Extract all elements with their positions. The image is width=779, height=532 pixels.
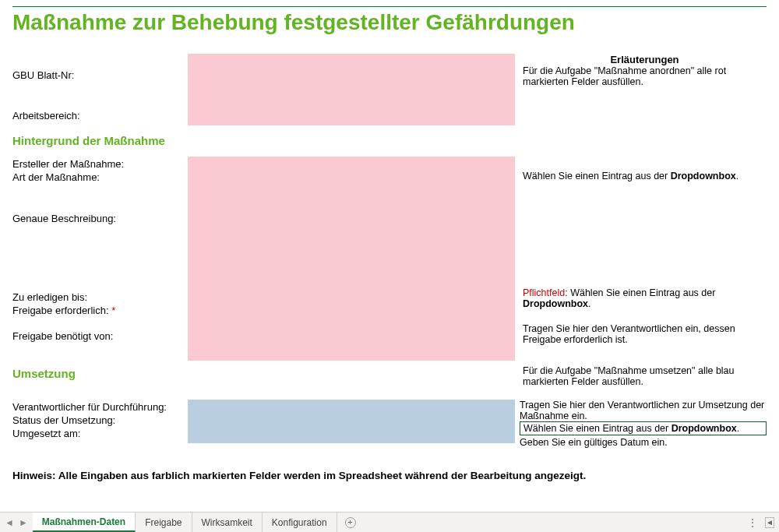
tab-label: Maßnahmen-Daten xyxy=(42,516,125,527)
field-hintergrund-block[interactable] xyxy=(188,157,515,361)
tab-label: Freigabe xyxy=(145,517,182,528)
hint-umsetzung-head: Für die Aufgabe "Maßnahme umsetzen" alle… xyxy=(515,365,767,387)
label-verantw: Verantwortlicher für Durchführung: xyxy=(12,401,188,413)
label-beschreibung: Genaue Beschreibung: xyxy=(12,213,188,224)
hint-top: Für die Aufgabe "Maßnahme anordnen" alle… xyxy=(523,65,767,87)
tab-nav-next-icon[interactable]: ► xyxy=(19,517,28,528)
label-freigabe-von: Freigabe benötigt von: xyxy=(12,330,188,342)
tab-label: Konfiguration xyxy=(272,517,327,528)
label-freigabe-erf: Freigabe erforderlich: * xyxy=(12,305,188,316)
label-umgesetzt: Umgesetzt am: xyxy=(12,428,188,439)
tab-wirksamkeit[interactable]: Wirksamkeit xyxy=(192,513,263,532)
hint-art: Wählen Sie einen Eintrag aus der Dropdow… xyxy=(523,171,767,181)
page-title: Maßnahme zur Behebung festgestellter Gef… xyxy=(12,10,767,35)
field-gbu-arbeitsbereich[interactable] xyxy=(188,54,515,125)
hint-freigabe-erf: Pflichtfeld: Wählen Sie einen Eintrag au… xyxy=(523,287,767,309)
tab-nav-prev-icon[interactable]: ◄ xyxy=(5,517,14,528)
tab-konfiguration[interactable]: Konfiguration xyxy=(263,513,337,532)
tab-freigabe[interactable]: Freigabe xyxy=(136,513,192,532)
tab-label: Wirksamkeit xyxy=(202,517,252,528)
label-art: Art der Maßnahme: xyxy=(12,171,188,183)
plus-icon: + xyxy=(345,517,356,528)
scroll-left-icon[interactable]: ◄ xyxy=(765,517,774,528)
hint-freigabe-von: Tragen Sie hier den Verantwortlichen ein… xyxy=(523,323,767,345)
label-erledigen: Zu erledigen bis: xyxy=(12,291,188,303)
tab-nav: ◄ ► xyxy=(0,513,33,532)
tab-add-sheet[interactable]: + xyxy=(337,513,364,532)
section-umsetzung: Umsetzung xyxy=(12,365,188,380)
label-status: Status der Umsetzung: xyxy=(12,414,188,426)
required-star: * xyxy=(111,305,115,316)
tab-options-icon[interactable]: ⋮ xyxy=(748,517,757,528)
label-gbu: GBU Blatt-Nr: xyxy=(12,54,188,81)
hint-verantw: Tragen Sie hier den Verantwortlichen zur… xyxy=(520,400,767,421)
top-rule xyxy=(12,6,767,7)
field-umsetzung-block[interactable] xyxy=(188,400,515,443)
label-ersteller: Ersteller der Maßnahme: xyxy=(12,158,188,170)
hint-umgesetzt: Geben Sie ein gültiges Datum ein. xyxy=(520,437,767,448)
hint-status-selected[interactable]: Wählen Sie einen Eintrag aus der Dropdow… xyxy=(520,421,767,435)
tab-massnahmen-daten[interactable]: Maßnahmen-Daten xyxy=(33,513,136,532)
section-hintergrund: Hintergrund der Maßnahme xyxy=(12,134,767,147)
sheet-tab-bar: ◄ ► Maßnahmen-Daten Freigabe Wirksamkeit… xyxy=(0,512,779,532)
label-arbeitsbereich: Arbeitsbereich: xyxy=(12,91,188,122)
footer-note: Hinweis: Alle Eingaben aus farblich mark… xyxy=(12,470,767,481)
hint-header: Erläuterungen xyxy=(523,54,767,65)
